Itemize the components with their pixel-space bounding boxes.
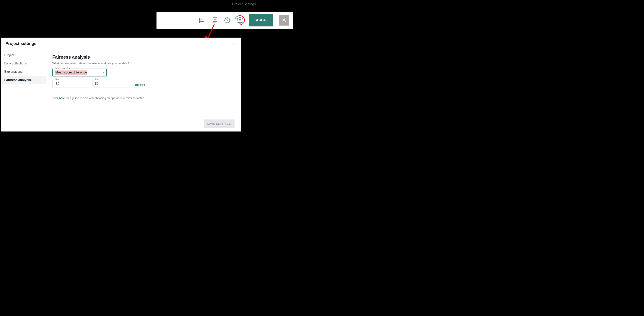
max-field: Max bbox=[92, 80, 128, 88]
annotation-connector bbox=[222, 6, 232, 6]
min-label: Min bbox=[54, 78, 59, 81]
help-prefix: Click bbox=[52, 96, 59, 100]
fairness-metric-select[interactable]: Mean score difference bbox=[52, 69, 107, 76]
chat-icon[interactable] bbox=[198, 17, 205, 24]
library-icon[interactable] bbox=[211, 17, 218, 24]
sidebar-item-explanations[interactable]: Explanations bbox=[1, 68, 46, 76]
min-field: Min bbox=[52, 80, 88, 88]
modal-footer: SAVE SETTINGS bbox=[52, 116, 234, 128]
toolbar: SHARE A bbox=[156, 12, 293, 29]
section-subtitle: What fairness metric should we use to ev… bbox=[52, 62, 234, 65]
settings-content: Fairness analysis What fairness metric s… bbox=[46, 50, 241, 131]
help-link[interactable]: here bbox=[59, 96, 65, 100]
svg-point-8 bbox=[239, 19, 241, 21]
modal-header: Project settings bbox=[1, 38, 241, 50]
settings-icon[interactable] bbox=[236, 17, 244, 24]
sidebar-item-fairness-analysis[interactable]: Fairness analysis bbox=[1, 76, 46, 84]
max-label: Max bbox=[94, 78, 100, 81]
share-button[interactable]: SHARE bbox=[250, 14, 273, 26]
fairness-metric-field: Fairness metric Mean score difference bbox=[52, 69, 234, 76]
fairness-metric-label: Fairness metric bbox=[54, 67, 71, 70]
annotation-label: Project Settings bbox=[232, 2, 256, 6]
close-button[interactable] bbox=[232, 41, 236, 46]
svg-line-0 bbox=[227, 6, 227, 6]
sidebar-item-project[interactable]: Project bbox=[1, 51, 46, 59]
chevron-down-icon bbox=[102, 71, 104, 74]
fairness-metric-value: Mean score difference bbox=[55, 70, 87, 75]
modal-title: Project settings bbox=[6, 41, 36, 46]
help-text: Click here for a guide to help with choo… bbox=[52, 96, 234, 100]
svg-point-7 bbox=[227, 22, 228, 22]
help-suffix: for a guide to help with choosing an app… bbox=[65, 96, 145, 100]
settings-sidebar: Project Data collections Explanations Fa… bbox=[1, 50, 46, 131]
section-title: Fairness analysis bbox=[52, 55, 234, 60]
project-settings-modal: Project settings Project Data collection… bbox=[1, 38, 241, 131]
save-settings-button[interactable]: SAVE SETTINGS bbox=[204, 119, 234, 128]
min-input[interactable] bbox=[52, 80, 88, 88]
reset-button[interactable]: RESET bbox=[135, 84, 146, 87]
help-icon[interactable] bbox=[224, 17, 230, 24]
min-max-row: Min Max RESET bbox=[52, 80, 234, 91]
sidebar-item-data-collections[interactable]: Data collections bbox=[1, 59, 46, 68]
max-input[interactable] bbox=[92, 80, 128, 88]
modal-body: Project Data collections Explanations Fa… bbox=[1, 50, 241, 131]
avatar[interactable]: A bbox=[279, 15, 289, 26]
